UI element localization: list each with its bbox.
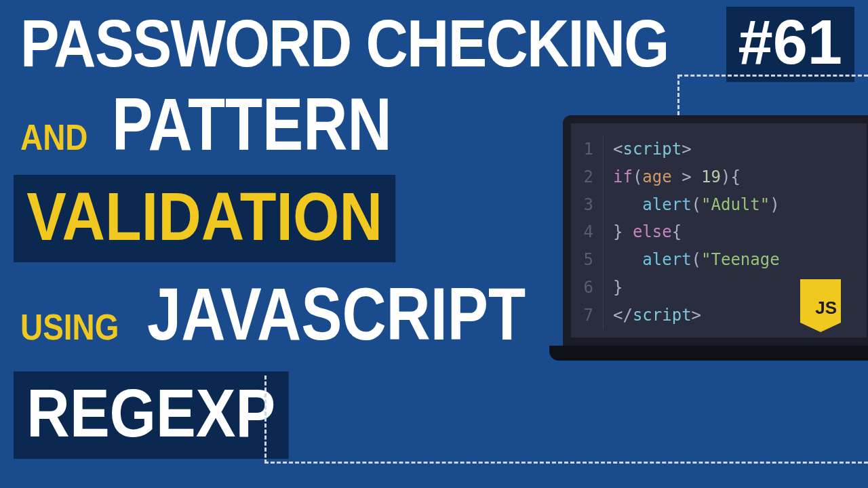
word-validation: VALIDATION [14, 175, 395, 262]
decorative-dash [677, 75, 679, 115]
js-logo-text: JS [815, 298, 837, 319]
code-line: 2if(age > 19){ [579, 163, 867, 191]
code-content: alert("Teenage [613, 246, 780, 274]
code-line: 5 alert("Teenage [579, 246, 867, 274]
title-main: PASSWORD CHECKING [20, 5, 668, 82]
code-line: 3 alert("Adult") [579, 191, 867, 219]
word-using: USING [20, 306, 119, 348]
word-regexp: REGEXP [14, 371, 289, 459]
line-number: 6 [579, 274, 604, 302]
line-number: 2 [579, 163, 604, 191]
title-line-2: AND PATTERN [20, 87, 453, 161]
code-content: } [613, 274, 623, 302]
line-number: 7 [579, 302, 604, 329]
code-content: alert("Adult") [613, 191, 780, 219]
word-pattern: PATTERN [112, 87, 392, 161]
code-line: 1<script> [579, 136, 867, 163]
js-logo-icon: JS [800, 279, 841, 323]
decorative-dash [264, 462, 868, 464]
decorative-dash [678, 75, 868, 77]
code-content: if(age > 19){ [613, 163, 741, 191]
title-line-4: USING JAVASCRIPT [20, 277, 609, 351]
thumbnail-canvas: PASSWORD CHECKING #61 AND PATTERN VALIDA… [0, 0, 868, 488]
laptop-base [549, 346, 868, 361]
code-content: } else{ [613, 218, 682, 246]
line-number: 3 [579, 191, 604, 219]
line-number: 1 [579, 136, 604, 163]
word-and: AND [20, 116, 87, 158]
code-line: 4} else{ [579, 218, 867, 246]
laptop-illustration: 1<script>2if(age > 19){3 alert("Adult")4… [563, 115, 868, 373]
line-number: 4 [579, 218, 604, 246]
code-content: </script> [613, 302, 701, 329]
word-javascript: JAVASCRIPT [147, 277, 526, 351]
code-content: <script> [613, 136, 692, 163]
episode-badge: #61 [726, 7, 855, 82]
line-number: 5 [579, 246, 604, 274]
decorative-dash [264, 375, 267, 464]
code-editor-screen: 1<script>2if(age > 19){3 alert("Adult")4… [563, 115, 868, 346]
